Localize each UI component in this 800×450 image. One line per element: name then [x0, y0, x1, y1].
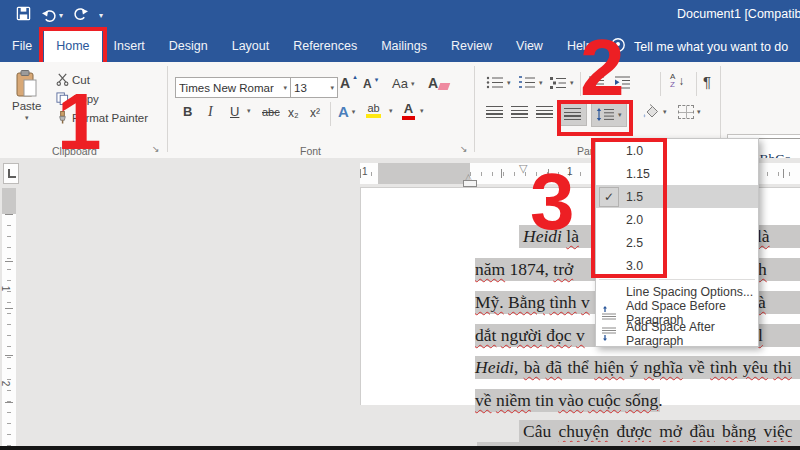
vruler-number-2: 2	[0, 381, 11, 387]
tab-design[interactable]: Design	[157, 30, 220, 62]
tab-mailings[interactable]: Mailings	[369, 30, 439, 62]
shrink-font-button[interactable]: A▾	[363, 77, 378, 91]
superscript-button[interactable]: x²	[310, 106, 320, 120]
bullets-icon	[486, 76, 504, 89]
tab-home[interactable]: Home	[44, 30, 101, 62]
annotation-step-1: 1	[57, 82, 102, 162]
align-center-icon	[511, 106, 528, 118]
align-left-button[interactable]	[486, 106, 503, 118]
highlight-dropdown-icon[interactable]: ▾	[389, 107, 393, 115]
show-hide-pilcrow-button[interactable]: ¶	[703, 73, 711, 90]
font-group-label: Font	[300, 145, 321, 157]
redo-icon[interactable]	[73, 6, 89, 25]
align-right-icon	[536, 106, 553, 118]
save-icon[interactable]	[16, 6, 31, 25]
underline-button[interactable]: U	[230, 104, 239, 119]
menu-item-add-space-after[interactable]: Add Space After Paragraph	[596, 323, 758, 344]
vertical-ruler[interactable]: 1 2	[2, 188, 16, 450]
annotation-step-2: 2	[580, 28, 625, 108]
eraser-icon	[438, 83, 451, 90]
title-bar: ▾ ▾ Document1 [Compatibl	[0, 0, 800, 30]
add-space-after-icon	[601, 327, 617, 341]
numbering-icon	[518, 76, 536, 89]
bullets-button[interactable]: ▾	[486, 76, 511, 89]
tell-me-label[interactable]: Tell me what you want to do	[634, 40, 788, 54]
window-bottom-edge	[0, 446, 800, 450]
shading-button[interactable]: ▾	[641, 104, 667, 119]
quick-access-toolbar: ▾ ▾	[16, 3, 103, 27]
tab-review[interactable]: Review	[439, 30, 504, 62]
font-dialog-launcher-icon[interactable]: ↘	[458, 144, 470, 154]
tell-me-box[interactable]: Tell me what you want to do	[610, 37, 788, 56]
text-effects-button[interactable]: A▾	[338, 103, 355, 120]
underline-dropdown-icon[interactable]: ▾	[247, 107, 251, 115]
clipboard-dialog-launcher-icon[interactable]: ↘	[150, 144, 162, 154]
annotation-box-home-tab	[39, 27, 106, 66]
vruler-number-1: 1	[0, 286, 11, 292]
highlight-color-button[interactable]: ab	[366, 102, 381, 118]
align-left-icon	[486, 106, 503, 118]
shading-bucket-icon	[641, 104, 660, 119]
borders-grid-icon	[678, 105, 694, 119]
tab-insert[interactable]: Insert	[102, 30, 157, 62]
align-center-button[interactable]	[511, 106, 528, 118]
tab-references[interactable]: References	[281, 30, 369, 62]
sort-button[interactable]: AZ ↓	[670, 73, 684, 89]
paste-button[interactable]: Paste ▾	[12, 70, 41, 122]
borders-button[interactable]: ▾	[678, 105, 701, 119]
annotation-box-spacing-values	[591, 138, 667, 278]
qat-customize-icon[interactable]: ▾	[99, 11, 103, 20]
multilevel-list-button[interactable]: ▾	[549, 76, 574, 89]
bold-button[interactable]: B	[183, 104, 192, 119]
tab-selector[interactable]	[3, 163, 19, 184]
tab-layout[interactable]: Layout	[220, 30, 282, 62]
clear-formatting-button[interactable]: A	[428, 75, 449, 91]
numbering-button[interactable]: ▾	[518, 76, 543, 89]
hruler-number-left: 1	[362, 166, 368, 177]
tab-stop-icon	[8, 169, 16, 178]
undo-dropdown-icon[interactable]: ▾	[59, 11, 63, 20]
add-space-before-icon	[601, 306, 617, 320]
left-indent-box-marker[interactable]	[463, 180, 477, 187]
align-right-button[interactable]	[536, 106, 553, 118]
font-size-combo[interactable]: 13▾	[290, 77, 338, 98]
tab-file[interactable]: File	[0, 30, 44, 62]
window-title: Document1 [Compatibl	[677, 7, 800, 21]
menu-separator	[599, 279, 755, 280]
font-color-button[interactable]: A	[402, 101, 415, 120]
font-name-combo[interactable]: Times New Romar▾	[175, 77, 291, 98]
sort-arrow: ↓	[678, 74, 684, 88]
strikethrough-button[interactable]: abc	[262, 106, 280, 118]
undo-icon[interactable]: ▾	[41, 8, 63, 23]
font-color-red-swatch	[402, 116, 415, 120]
italic-button[interactable]: I	[208, 104, 213, 120]
change-case-button[interactable]: Aa▾	[392, 76, 414, 91]
grow-font-button[interactable]: A▴	[340, 75, 357, 91]
tab-view[interactable]: View	[504, 30, 555, 62]
highlight-yellow-swatch	[366, 114, 381, 118]
font-color-dropdown-icon[interactable]: ▾	[420, 107, 424, 115]
paste-clipboard-icon	[15, 70, 39, 98]
first-line-indent-marker[interactable]: ▽	[519, 162, 527, 175]
paste-dropdown-icon[interactable]: ▾	[25, 114, 29, 122]
word-window: ▾ ▾ Document1 [Compatibl FileHomeInsertD…	[0, 0, 800, 450]
annotation-step-3: 3	[530, 162, 575, 242]
subscript-button[interactable]: x₂	[288, 106, 299, 120]
multilevel-list-icon	[549, 76, 567, 89]
